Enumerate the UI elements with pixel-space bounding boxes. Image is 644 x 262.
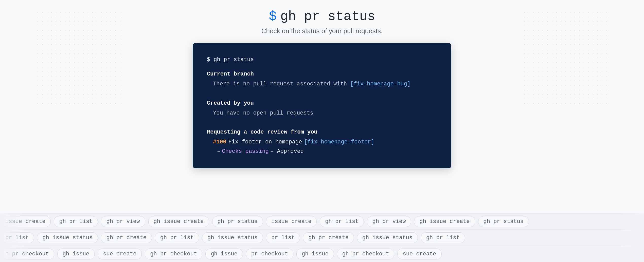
pr-line: #100 Fix footer on homepage [fix-homepag… — [207, 138, 437, 146]
terminal-window: $ gh pr status Current branch There is n… — [193, 43, 451, 168]
pill-item[interactable]: gh issue — [57, 249, 95, 259]
pills-row-3: n pr checkout gh issue sue create gh pr … — [0, 246, 644, 262]
title-line: $ gh pr status — [261, 9, 383, 24]
section-header-created-by-you: Created by you — [207, 99, 437, 108]
terminal-prompt: $ gh pr status — [207, 55, 437, 64]
section-body-current-branch: There is no pull request associated with… — [207, 80, 437, 88]
pr-branch: [fix-homepage-footer] — [304, 138, 374, 146]
pill-item[interactable]: sue create — [98, 249, 142, 259]
section-header-current-branch: Current branch — [207, 70, 437, 79]
pill-item[interactable]: gh pr checkout — [145, 249, 202, 259]
pill-item[interactable]: gh issue — [205, 249, 243, 259]
approved-label: – Approved — [270, 147, 304, 156]
pill-item[interactable]: gh pr create — [303, 232, 354, 243]
pr-title: Fix footer on homepage — [228, 138, 302, 146]
section-body-created-by-you: You have no open pull requests — [207, 109, 437, 118]
checks-line: – Checks passing – Approved — [207, 147, 437, 156]
pill-item[interactable]: gh issue — [296, 249, 334, 259]
pill-item[interactable]: gh pr list — [155, 232, 199, 243]
subtitle: Check on the status of your pull request… — [261, 27, 383, 35]
dollar-sign-icon: $ — [269, 9, 277, 24]
pill-item[interactable]: gh issue status — [37, 232, 98, 243]
pill-item[interactable]: pr list — [0, 232, 34, 243]
pills-row-2-wrapper: pr list gh issue status gh pr create gh … — [0, 230, 644, 246]
pills-row-3-wrapper: n pr checkout gh issue sue create gh pr … — [0, 246, 644, 262]
pills-row-2: pr list gh issue status gh pr create gh … — [0, 230, 644, 246]
dash-separator: – — [217, 147, 220, 156]
pill-item[interactable]: sue create — [397, 249, 441, 259]
pill-item[interactable]: gh issue status — [357, 232, 418, 243]
pill-item[interactable]: gh issue create — [414, 216, 475, 227]
pill-item[interactable]: gh pr view — [101, 216, 145, 227]
pill-item[interactable]: n pr checkout — [0, 249, 54, 259]
pills-container: issue create gh pr list gh pr view gh is… — [0, 213, 644, 262]
pr-number: #100 — [213, 138, 226, 146]
pill-item[interactable]: pr list — [266, 232, 300, 243]
title-command: gh pr status — [280, 9, 375, 24]
checks-passing-label: Checks passing — [222, 147, 269, 156]
pill-item[interactable]: gh pr create — [101, 232, 152, 243]
pill-item[interactable]: pr checkout — [246, 249, 293, 259]
pill-item[interactable]: gh pr view — [367, 216, 411, 227]
pills-row-1: issue create gh pr list gh pr view gh is… — [0, 213, 644, 230]
pill-item[interactable]: gh pr list — [320, 216, 364, 227]
pill-item[interactable]: gh pr status — [212, 216, 263, 227]
pill-item[interactable]: gh issue create — [148, 216, 209, 227]
pill-item[interactable]: gh pr checkout — [337, 249, 395, 259]
pill-item[interactable]: gh pr list — [421, 232, 465, 243]
pill-item[interactable]: gh pr list — [54, 216, 98, 227]
pill-item[interactable]: gh issue status — [202, 232, 263, 243]
pills-row-1-wrapper: issue create gh pr list gh pr view gh is… — [0, 213, 644, 230]
pill-item[interactable]: gh pr status — [478, 216, 529, 227]
section-header-requesting-review: Requesting a code review from you — [207, 128, 437, 137]
pill-item[interactable]: issue create — [0, 216, 51, 227]
title-section: $ gh pr status Check on the status of yo… — [261, 9, 383, 35]
pill-item[interactable]: issue create — [266, 216, 317, 227]
